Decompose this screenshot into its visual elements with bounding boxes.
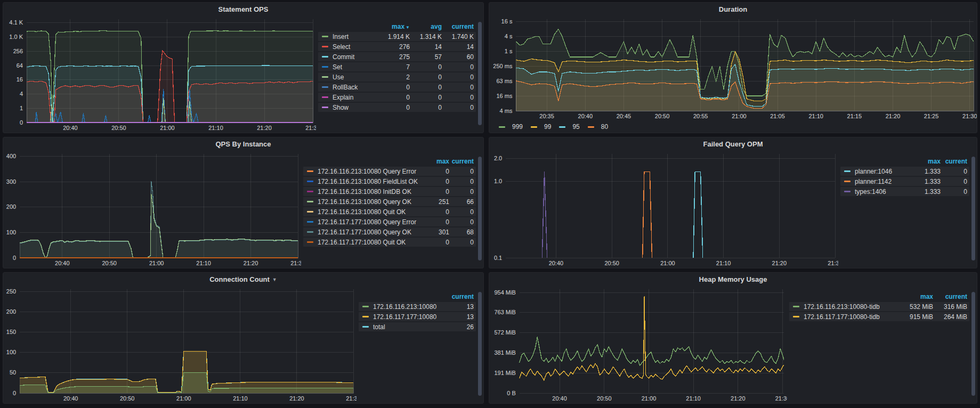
legend-series-item[interactable]: Insert1.914 K1.314 K1.740 K: [318, 32, 476, 41]
svg-text:20:50: 20:50: [120, 395, 135, 402]
panel-title[interactable]: Failed Query OPM: [489, 137, 977, 150]
legend-column-current[interactable]: current: [449, 158, 474, 165]
svg-text:21:30: 21:30: [962, 113, 977, 119]
panel-duration: Duration 4 ms16 ms63 ms250 ms1 s4 s16 s2…: [489, 2, 977, 133]
legend-series-label: 80: [601, 123, 608, 130]
legend-series-item[interactable]: 95: [559, 123, 579, 130]
panel-title[interactable]: Duration: [489, 3, 977, 15]
legend-series-item[interactable]: 80: [588, 123, 608, 130]
legend-column-max[interactable]: max▼: [378, 23, 410, 30]
svg-text:20:40: 20:40: [63, 395, 78, 402]
legend-series-label: planner:1046: [855, 168, 914, 175]
svg-text:21:00: 21:00: [149, 260, 164, 266]
legend-value: 276: [378, 43, 410, 51]
time-series-chart[interactable]: 01416642561.0 K4.1 K20:4020:5021:0021:10…: [3, 15, 316, 133]
legend-series-item[interactable]: Select2761414: [318, 42, 476, 51]
legend-series-item[interactable]: total26: [359, 322, 476, 331]
legend-series-item[interactable]: 172.16.116.213:10080 Query OK25166: [303, 197, 476, 206]
legend-series-item[interactable]: 172.16.117.177:10080 Quit OK00: [303, 238, 476, 247]
legend-column-current[interactable]: current: [444, 293, 474, 300]
legend-series-item[interactable]: 172.16.117.177:10080 Query Error00: [303, 217, 476, 226]
legend-series-item[interactable]: 172.16.117.177:1008013: [359, 312, 476, 321]
legend-series-label: 172.16.116.213:10080 Query Error: [318, 168, 425, 175]
legend-series-label: Set: [333, 63, 378, 71]
svg-text:100: 100: [6, 349, 16, 355]
svg-text:191 MiB: 191 MiB: [494, 370, 515, 376]
legend-scrollbar[interactable]: [478, 157, 482, 260]
legend-series-item[interactable]: 999: [499, 123, 523, 130]
legend-series-item[interactable]: Set700: [318, 62, 476, 71]
legend-column-max[interactable]: max: [425, 158, 449, 165]
legend-value: 0: [449, 188, 474, 195]
legend-value: 0: [442, 104, 474, 111]
legend-value: 0: [449, 208, 474, 216]
time-series-chart[interactable]: 0.11.02.020:4020:5021:0021:1021:2021:30: [489, 150, 838, 268]
legend-series-item[interactable]: planner:10461.3330: [840, 167, 969, 176]
legend-value: 2: [378, 74, 410, 81]
legend-series-item[interactable]: 172.16.116.213:10080-tidb532 MiB316 MiB: [789, 302, 969, 311]
legend-series-item[interactable]: 172.16.117.177:10080-tidb915 MiB264 MiB: [789, 312, 969, 321]
legend-series-item[interactable]: 99: [531, 123, 551, 130]
legend-scrollbar[interactable]: [478, 22, 482, 125]
legend-column-current[interactable]: current: [941, 158, 967, 165]
legend-column-current[interactable]: current: [442, 23, 474, 30]
legend-series-item[interactable]: 172.16.116.213:10080 FieldList OK00: [303, 177, 476, 186]
legend-column-max[interactable]: max: [899, 293, 933, 300]
legend-series-label: 172.16.117.177:10080-tidb: [804, 313, 899, 321]
series-color-swatch: [307, 191, 313, 192]
legend-header: maxcurrent: [303, 157, 476, 166]
legend-series-label: 172.16.117.177:10080 Query OK: [318, 229, 425, 236]
svg-text:4: 4: [20, 91, 23, 97]
series-color-swatch: [531, 126, 537, 128]
legend-column-max[interactable]: max: [914, 158, 941, 165]
legend-scrollbar[interactable]: [971, 292, 975, 396]
legend-series-item[interactable]: RollBack000: [318, 83, 476, 92]
legend-value: 1.914 K: [378, 33, 410, 40]
legend-series-item[interactable]: planner:11421.3330: [840, 177, 969, 186]
legend-series-label: 999: [512, 123, 523, 130]
svg-text:20:50: 20:50: [655, 113, 670, 119]
legend-column-avg[interactable]: avg: [410, 23, 442, 30]
legend-series-item[interactable]: 172.16.117.177:10080 Query OK30168: [303, 227, 476, 236]
svg-text:16: 16: [17, 76, 23, 83]
time-series-chart[interactable]: 4 ms16 ms63 ms250 ms1 s4 s16 s20:3520:40…: [489, 15, 977, 121]
legend-value: 0: [442, 94, 474, 101]
svg-text:2.0: 2.0: [494, 155, 502, 161]
series-color-swatch: [362, 326, 369, 328]
svg-text:21:30: 21:30: [290, 260, 301, 266]
time-series-chart[interactable]: 0 B191 MiB381 MiB572 MiB763 MiB954 MiB20…: [489, 285, 787, 403]
svg-text:21:20: 21:20: [886, 113, 901, 119]
legend-scrollbar[interactable]: [478, 292, 482, 396]
time-series-chart[interactable]: 010020030040020:4020:5021:0021:1021:2021…: [3, 150, 301, 268]
svg-text:21:30: 21:30: [305, 125, 316, 131]
panel-title[interactable]: Connection Count▼: [3, 273, 483, 285]
legend-series-item[interactable]: Explain000: [318, 93, 476, 102]
legend-series-item[interactable]: types:14061.3330: [840, 187, 969, 196]
panel-title-dropdown-icon[interactable]: ▼: [272, 277, 277, 282]
legend-series-label: Insert: [333, 33, 378, 40]
svg-text:21:25: 21:25: [924, 113, 939, 119]
legend-series-item[interactable]: Use200: [318, 72, 476, 81]
legend-series-item[interactable]: 172.16.116.213:10080 InitDB OK00: [303, 187, 476, 196]
legend: max▼avgcurrentInsert1.914 K1.314 K1.740 …: [316, 15, 483, 133]
legend-series-item[interactable]: 172.16.116.213:10080 Query Error00: [303, 167, 476, 176]
time-series-chart[interactable]: 05010015020025020:4020:5021:0021:1021:20…: [3, 285, 357, 403]
legend-scrollbar[interactable]: [971, 157, 975, 260]
panel-title[interactable]: Statement OPS: [3, 3, 483, 15]
legend-series-item[interactable]: Show000: [318, 103, 476, 112]
legend-value: 0: [378, 84, 410, 91]
legend-series-item[interactable]: 172.16.116.213:1008013: [359, 302, 476, 311]
legend-column-current[interactable]: current: [933, 293, 967, 300]
svg-text:20:40: 20:40: [578, 113, 593, 119]
legend-series-item[interactable]: Commit2755760: [318, 52, 476, 61]
legend-series-label: Use: [333, 74, 378, 81]
legend-series-label: 172.16.117.177:10080 Quit OK: [318, 239, 425, 246]
panel-title[interactable]: Heap Memory Usage: [489, 273, 977, 285]
legend-value: 0: [378, 104, 410, 111]
legend-value: 0: [410, 94, 442, 101]
panel-title[interactable]: QPS By Instance: [3, 137, 483, 150]
legend-value: 264 MiB: [933, 313, 967, 321]
svg-text:256: 256: [13, 48, 23, 54]
legend-series-item[interactable]: 172.16.116.213:10080 Quit OK00: [303, 207, 476, 216]
legend-value: 68: [449, 229, 474, 236]
